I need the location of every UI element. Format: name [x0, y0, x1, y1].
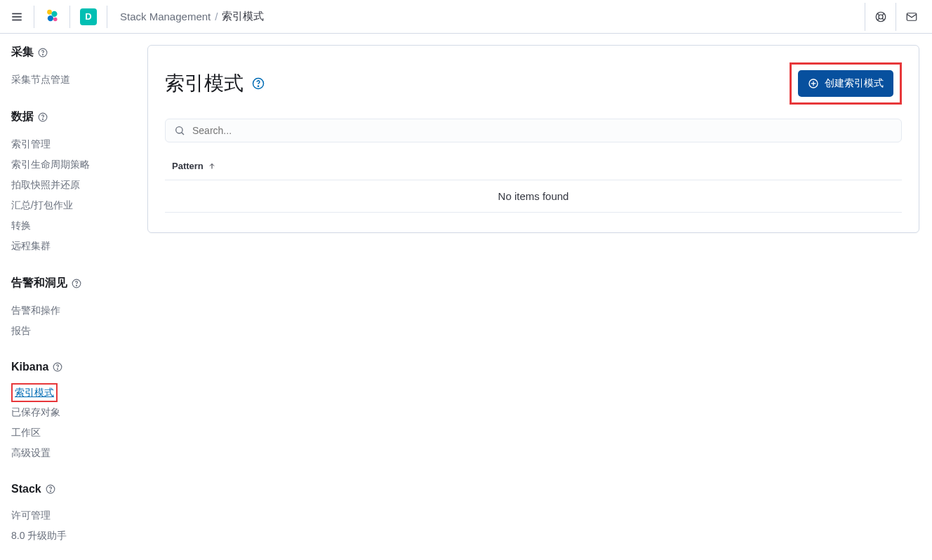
- search-input[interactable]: [192, 125, 893, 136]
- svg-line-30: [182, 133, 184, 135]
- sidebar-item[interactable]: 索引生命周期策略: [11, 154, 139, 175]
- sidebar-item[interactable]: 报告: [11, 321, 139, 341]
- create-index-pattern-button[interactable]: 创建索引模式: [798, 70, 893, 97]
- space-initial: D: [85, 11, 91, 22]
- svg-line-10: [882, 13, 884, 15]
- sidebar-title: 采集: [11, 45, 34, 60]
- help-icon[interactable]: [72, 279, 81, 288]
- topbar-left: D Stack Management / 索引模式: [6, 6, 264, 28]
- sidebar-title: Kibana: [11, 361, 48, 373]
- breadcrumb: Stack Management / 索引模式: [120, 10, 264, 23]
- divider: [69, 6, 70, 28]
- main-content: 索引模式 创建索引模式 Pattern No items found: [139, 34, 932, 560]
- sidebar-item[interactable]: 采集节点管道: [11, 69, 139, 90]
- column-pattern[interactable]: Pattern: [172, 161, 204, 171]
- divider: [34, 6, 34, 28]
- svg-point-5: [48, 15, 53, 21]
- svg-point-6: [53, 18, 58, 22]
- sidebar-section-kibana: Kibana 索引模式 已保存对象 工作区 高级设置: [11, 361, 139, 463]
- sidebar-section-stack: Stack 许可管理 8.0 升级助手: [11, 483, 139, 546]
- svg-point-19: [76, 285, 77, 286]
- svg-rect-13: [907, 13, 917, 20]
- sidebar-section-data: 数据 索引管理 索引生命周期策略 拍取快照并还原 汇总/打包作业 转换 远程集群: [11, 109, 139, 256]
- sidebar-item[interactable]: 告警和操作: [11, 300, 139, 321]
- svg-line-11: [877, 18, 879, 20]
- svg-point-21: [58, 368, 58, 369]
- breadcrumb-root[interactable]: Stack Management: [120, 11, 211, 22]
- svg-point-3: [47, 10, 52, 15]
- help-button[interactable]: [865, 3, 896, 31]
- sidebar-title: 告警和洞见: [11, 276, 67, 291]
- sidebar-item[interactable]: 拍取快照并还原: [11, 175, 139, 195]
- table-header: Pattern: [165, 155, 902, 180]
- sidebar-item-index-patterns[interactable]: 索引模式: [15, 385, 54, 401]
- help-icon[interactable]: [38, 48, 48, 58]
- sidebar-item[interactable]: 汇总/打包作业: [11, 195, 139, 215]
- svg-point-23: [50, 491, 51, 491]
- index-patterns-panel: 索引模式 创建索引模式 Pattern No items found: [147, 45, 919, 233]
- breadcrumb-current: 索引模式: [222, 10, 264, 23]
- sidebar-item[interactable]: 已保存对象: [11, 402, 139, 422]
- lifebuoy-icon: [874, 11, 887, 23]
- help-icon[interactable]: [53, 362, 62, 372]
- elastic-logo-icon: [44, 8, 60, 23]
- layout: 采集 采集节点管道 数据 索引管理 索引生命周期策略 拍取快照并还原 汇总/打包…: [0, 34, 932, 560]
- sort-ascending-icon[interactable]: [208, 162, 216, 171]
- svg-line-12: [882, 18, 884, 20]
- help-icon[interactable]: [252, 77, 265, 90]
- mail-icon: [905, 11, 918, 23]
- sidebar-title: Stack: [11, 483, 41, 495]
- topbar: D Stack Management / 索引模式: [0, 0, 932, 34]
- divider: [107, 6, 107, 28]
- hamburger-icon: [11, 11, 23, 23]
- svg-point-17: [43, 119, 44, 119]
- svg-point-29: [176, 127, 182, 133]
- topbar-right: [865, 3, 926, 31]
- search-icon: [174, 125, 185, 136]
- sidebar-section-alerts: 告警和洞见 告警和操作 报告: [11, 276, 139, 341]
- sidebar-item[interactable]: 高级设置: [11, 443, 139, 463]
- svg-line-9: [877, 13, 879, 15]
- help-icon[interactable]: [38, 112, 48, 122]
- plus-circle-icon: [808, 78, 819, 89]
- panel-header: 索引模式 创建索引模式: [165, 62, 902, 105]
- svg-point-25: [258, 86, 258, 86]
- newsfeed-button[interactable]: [896, 3, 926, 31]
- table-empty-message: No items found: [165, 180, 902, 213]
- highlight-annotation: 索引模式: [11, 383, 58, 402]
- sidebar-section-ingest: 采集 采集节点管道: [11, 45, 139, 90]
- svg-point-8: [879, 15, 883, 19]
- elastic-logo[interactable]: [40, 8, 64, 25]
- svg-point-15: [43, 54, 44, 55]
- page-title: 索引模式: [165, 70, 244, 97]
- sidebar-item[interactable]: 索引管理: [11, 134, 139, 154]
- highlight-annotation: 创建索引模式: [790, 62, 902, 105]
- sidebar-item[interactable]: 工作区: [11, 422, 139, 443]
- breadcrumb-separator: /: [215, 11, 218, 22]
- sidebar-item[interactable]: 许可管理: [11, 505, 139, 526]
- sidebar-title: 数据: [11, 109, 34, 124]
- search-field-wrapper[interactable]: [165, 119, 902, 142]
- sidebar-item[interactable]: 远程集群: [11, 236, 139, 256]
- help-icon[interactable]: [46, 484, 55, 494]
- menu-toggle-button[interactable]: [6, 6, 28, 28]
- sidebar: 采集 采集节点管道 数据 索引管理 索引生命周期策略 拍取快照并还原 汇总/打包…: [0, 34, 139, 560]
- svg-point-4: [51, 11, 57, 17]
- sidebar-item[interactable]: 转换: [11, 215, 139, 236]
- sidebar-item[interactable]: 8.0 升级助手: [11, 526, 139, 546]
- space-selector[interactable]: D: [80, 8, 97, 25]
- create-button-label: 创建索引模式: [825, 77, 884, 90]
